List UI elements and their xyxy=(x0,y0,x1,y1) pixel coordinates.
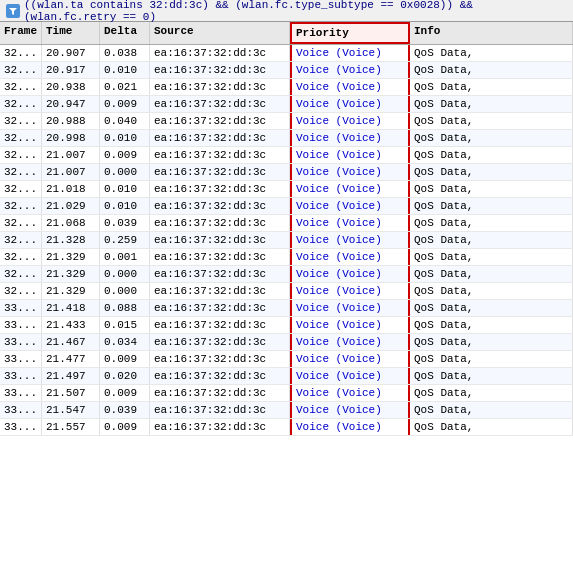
header-time: Time xyxy=(42,22,100,44)
cell-priority: Voice (Voice) xyxy=(290,79,410,95)
cell-time: 21.477 xyxy=(42,351,100,367)
cell-time: 20.988 xyxy=(42,113,100,129)
cell-source: ea:16:37:32:dd:3c xyxy=(150,62,290,78)
table-row[interactable]: 33...21.4330.015ea:16:37:32:dd:3cVoice (… xyxy=(0,317,573,334)
cell-frame: 33... xyxy=(0,300,42,316)
cell-time: 21.068 xyxy=(42,215,100,231)
cell-delta: 0.039 xyxy=(100,215,150,231)
cell-delta: 0.020 xyxy=(100,368,150,384)
cell-time: 21.007 xyxy=(42,147,100,163)
cell-info: QoS Data, xyxy=(410,283,573,299)
cell-frame: 33... xyxy=(0,351,42,367)
cell-info: QoS Data, xyxy=(410,113,573,129)
table-row[interactable]: 32...21.0180.010ea:16:37:32:dd:3cVoice (… xyxy=(0,181,573,198)
cell-priority: Voice (Voice) xyxy=(290,368,410,384)
cell-frame: 32... xyxy=(0,283,42,299)
cell-delta: 0.009 xyxy=(100,96,150,112)
cell-time: 21.029 xyxy=(42,198,100,214)
table-row[interactable]: 32...20.9980.010ea:16:37:32:dd:3cVoice (… xyxy=(0,130,573,147)
table-row[interactable]: 32...21.0290.010ea:16:37:32:dd:3cVoice (… xyxy=(0,198,573,215)
cell-time: 20.998 xyxy=(42,130,100,146)
cell-frame: 32... xyxy=(0,215,42,231)
table-row[interactable]: 32...20.9380.021ea:16:37:32:dd:3cVoice (… xyxy=(0,79,573,96)
cell-source: ea:16:37:32:dd:3c xyxy=(150,164,290,180)
cell-frame: 33... xyxy=(0,368,42,384)
cell-priority: Voice (Voice) xyxy=(290,266,410,282)
table-row[interactable]: 32...21.0680.039ea:16:37:32:dd:3cVoice (… xyxy=(0,215,573,232)
table-row[interactable]: 33...21.4770.009ea:16:37:32:dd:3cVoice (… xyxy=(0,351,573,368)
cell-frame: 33... xyxy=(0,419,42,435)
cell-priority: Voice (Voice) xyxy=(290,215,410,231)
table-row[interactable]: 32...21.3290.000ea:16:37:32:dd:3cVoice (… xyxy=(0,266,573,283)
cell-source: ea:16:37:32:dd:3c xyxy=(150,215,290,231)
cell-delta: 0.034 xyxy=(100,334,150,350)
cell-time: 21.329 xyxy=(42,266,100,282)
cell-info: QoS Data, xyxy=(410,215,573,231)
cell-delta: 0.259 xyxy=(100,232,150,248)
table-row[interactable]: 33...21.5070.009ea:16:37:32:dd:3cVoice (… xyxy=(0,385,573,402)
cell-info: QoS Data, xyxy=(410,402,573,418)
table-row[interactable]: 33...21.4670.034ea:16:37:32:dd:3cVoice (… xyxy=(0,334,573,351)
cell-frame: 32... xyxy=(0,130,42,146)
cell-priority: Voice (Voice) xyxy=(290,62,410,78)
cell-time: 21.328 xyxy=(42,232,100,248)
cell-info: QoS Data, xyxy=(410,232,573,248)
cell-info: QoS Data, xyxy=(410,334,573,350)
cell-priority: Voice (Voice) xyxy=(290,385,410,401)
cell-delta: 0.015 xyxy=(100,317,150,333)
cell-frame: 32... xyxy=(0,232,42,248)
cell-time: 21.467 xyxy=(42,334,100,350)
table-row[interactable]: 32...20.9470.009ea:16:37:32:dd:3cVoice (… xyxy=(0,96,573,113)
cell-priority: Voice (Voice) xyxy=(290,45,410,61)
filter-text: ((wlan.ta contains 32:dd:3c) && (wlan.fc… xyxy=(24,0,567,23)
cell-info: QoS Data, xyxy=(410,385,573,401)
table-row[interactable]: 32...20.9880.040ea:16:37:32:dd:3cVoice (… xyxy=(0,113,573,130)
cell-delta: 0.010 xyxy=(100,62,150,78)
cell-info: QoS Data, xyxy=(410,96,573,112)
cell-source: ea:16:37:32:dd:3c xyxy=(150,96,290,112)
cell-info: QoS Data, xyxy=(410,300,573,316)
cell-delta: 0.000 xyxy=(100,164,150,180)
cell-delta: 0.009 xyxy=(100,351,150,367)
cell-priority: Voice (Voice) xyxy=(290,419,410,435)
cell-priority: Voice (Voice) xyxy=(290,198,410,214)
cell-info: QoS Data, xyxy=(410,419,573,435)
table-row[interactable]: 32...21.3290.000ea:16:37:32:dd:3cVoice (… xyxy=(0,283,573,300)
cell-frame: 33... xyxy=(0,334,42,350)
cell-frame: 32... xyxy=(0,164,42,180)
table-row[interactable]: 33...21.5570.009ea:16:37:32:dd:3cVoice (… xyxy=(0,419,573,436)
table-row[interactable]: 32...21.0070.009ea:16:37:32:dd:3cVoice (… xyxy=(0,147,573,164)
table-row[interactable]: 32...21.3280.259ea:16:37:32:dd:3cVoice (… xyxy=(0,232,573,249)
cell-frame: 32... xyxy=(0,198,42,214)
cell-source: ea:16:37:32:dd:3c xyxy=(150,368,290,384)
cell-time: 21.329 xyxy=(42,249,100,265)
header-priority: Priority xyxy=(290,22,410,44)
table-row[interactable]: 32...20.9170.010ea:16:37:32:dd:3cVoice (… xyxy=(0,62,573,79)
cell-source: ea:16:37:32:dd:3c xyxy=(150,317,290,333)
cell-time: 21.007 xyxy=(42,164,100,180)
cell-info: QoS Data, xyxy=(410,130,573,146)
cell-info: QoS Data, xyxy=(410,351,573,367)
cell-source: ea:16:37:32:dd:3c xyxy=(150,283,290,299)
cell-info: QoS Data, xyxy=(410,317,573,333)
table-row[interactable]: 33...21.4970.020ea:16:37:32:dd:3cVoice (… xyxy=(0,368,573,385)
table-row[interactable]: 33...21.5470.039ea:16:37:32:dd:3cVoice (… xyxy=(0,402,573,419)
cell-priority: Voice (Voice) xyxy=(290,181,410,197)
cell-time: 21.507 xyxy=(42,385,100,401)
table-row[interactable]: 32...20.9070.038ea:16:37:32:dd:3cVoice (… xyxy=(0,45,573,62)
table-row[interactable]: 33...21.4180.088ea:16:37:32:dd:3cVoice (… xyxy=(0,300,573,317)
cell-time: 21.433 xyxy=(42,317,100,333)
table-row[interactable]: 32...21.0070.000ea:16:37:32:dd:3cVoice (… xyxy=(0,164,573,181)
cell-frame: 32... xyxy=(0,266,42,282)
cell-source: ea:16:37:32:dd:3c xyxy=(150,266,290,282)
cell-info: QoS Data, xyxy=(410,79,573,95)
cell-source: ea:16:37:32:dd:3c xyxy=(150,113,290,129)
table-row[interactable]: 32...21.3290.001ea:16:37:32:dd:3cVoice (… xyxy=(0,249,573,266)
cell-time: 20.907 xyxy=(42,45,100,61)
cell-delta: 0.088 xyxy=(100,300,150,316)
cell-source: ea:16:37:32:dd:3c xyxy=(150,300,290,316)
cell-time: 20.947 xyxy=(42,96,100,112)
cell-source: ea:16:37:32:dd:3c xyxy=(150,79,290,95)
cell-frame: 32... xyxy=(0,147,42,163)
cell-info: QoS Data, xyxy=(410,198,573,214)
